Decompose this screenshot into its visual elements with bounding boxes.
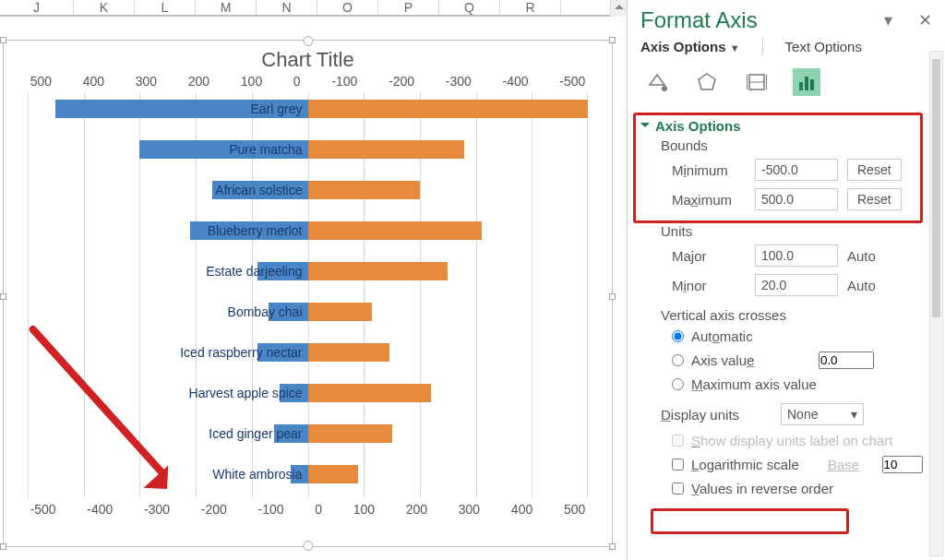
display-units-dropdown[interactable]: None▾	[781, 403, 864, 425]
resize-handle[interactable]	[609, 543, 616, 550]
size-properties-icon[interactable]	[743, 68, 771, 96]
resize-handle[interactable]	[0, 543, 6, 550]
axis-tick: 100	[353, 502, 375, 518]
category-label[interactable]: Iced raspberry nectar	[180, 343, 307, 362]
col-head[interactable]: P	[378, 0, 439, 15]
col-head[interactable]: M	[196, 0, 257, 15]
bar-series2[interactable]	[308, 221, 482, 240]
tab-text-options[interactable]: Text Options	[785, 39, 862, 54]
bar-series2[interactable]	[308, 100, 589, 118]
maximum-input[interactable]	[755, 188, 838, 210]
col-head[interactable]: N	[257, 0, 317, 15]
category-label[interactable]: Pure matcha	[229, 140, 307, 159]
axis-tick: -200	[389, 74, 414, 90]
bar-series2[interactable]	[308, 303, 373, 321]
plot-area[interactable]: Chart Title 5004003002001000-100-200-300…	[17, 46, 599, 518]
pane-title: Format Axis	[640, 7, 758, 33]
checkbox-values-in-reverse[interactable]	[672, 483, 684, 494]
axis-value-input[interactable]	[819, 351, 874, 369]
worksheet-area: J K L M N O P Q R Chart Title 5004003002…	[0, 0, 628, 560]
category-label[interactable]: Estate darjeeling	[206, 262, 307, 280]
format-axis-pane: Format Axis ▾ ✕ Axis Options ▼ Text Opti…	[628, 0, 945, 560]
category-label[interactable]: White ambrosia	[212, 465, 307, 483]
chart-object[interactable]: Chart Title 5004003002001000-100-200-300…	[3, 40, 613, 547]
bar-series2[interactable]	[308, 384, 432, 402]
units-label: Units	[639, 214, 938, 241]
vertical-axis-crosses-label: Vertical axis crosses	[639, 300, 938, 325]
divider	[762, 37, 763, 55]
primary-horizontal-axis[interactable]: -500-400-300-200-1000100200300400500	[29, 502, 588, 518]
col-head[interactable]: J	[0, 0, 74, 15]
major-unit-input[interactable]	[755, 244, 838, 267]
bar-row: Bombay chai	[28, 295, 588, 336]
reset-minimum-button[interactable]: Reset	[847, 159, 902, 181]
axis-tick: -500	[30, 502, 56, 518]
col-head[interactable]: K	[74, 0, 135, 15]
axis-tick: -500	[559, 74, 585, 90]
resize-handle[interactable]	[303, 541, 313, 551]
bounds-label: Bounds	[639, 134, 938, 155]
radio-max-axis-value[interactable]	[672, 378, 684, 390]
axis-tick: -100	[258, 502, 284, 518]
display-units-label: Display units	[661, 407, 772, 423]
reset-maximum-button[interactable]: Reset	[847, 188, 902, 210]
max-axis-value-label: Maximum axis value	[691, 376, 817, 392]
bar-series2[interactable]	[308, 465, 359, 483]
col-head[interactable]: R	[500, 0, 561, 15]
fill-line-icon[interactable]	[643, 68, 671, 96]
bar-series2[interactable]	[308, 181, 420, 199]
base-input[interactable]	[882, 456, 923, 473]
bar-row: White ambrosia	[28, 458, 588, 498]
minimum-label: Minimum	[672, 162, 746, 178]
checkbox-log-scale[interactable]	[672, 459, 684, 471]
close-icon[interactable]: ✕	[918, 10, 932, 30]
major-auto-label: Auto	[847, 248, 898, 264]
secondary-horizontal-axis[interactable]: 5004003002001000-100-200-300-400-500	[29, 74, 588, 90]
col-head[interactable]: O	[317, 0, 378, 15]
annotation-highlight-box	[651, 508, 849, 534]
axis-tick: -200	[201, 502, 227, 518]
major-label: Major	[672, 248, 746, 264]
chart-title[interactable]: Chart Title	[17, 46, 599, 74]
radio-automatic[interactable]	[672, 330, 684, 342]
base-label: Base	[828, 457, 859, 472]
resize-handle[interactable]	[609, 293, 616, 300]
bar-row: Iced raspberry nectar	[28, 336, 588, 376]
category-label[interactable]: Earl grey	[250, 100, 307, 118]
bar-row: Estate darjeeling	[28, 255, 588, 295]
values-in-reverse-label: Values in reverse order	[691, 481, 833, 496]
col-head[interactable]: Q	[439, 0, 500, 15]
axis-tick: 0	[315, 502, 322, 518]
resize-handle[interactable]	[609, 37, 616, 43]
category-label[interactable]: Blueberry merlot	[208, 221, 308, 240]
resize-handle[interactable]	[0, 293, 6, 300]
col-head[interactable]: L	[135, 0, 196, 15]
category-label[interactable]: Harvest apple spice	[189, 384, 308, 402]
minimum-input[interactable]	[755, 159, 838, 181]
chart-plot-grid: Earl greyPure matchaAfrican solsticeBlue…	[28, 92, 588, 498]
section-axis-options[interactable]: Axis Options	[639, 118, 938, 134]
category-label[interactable]: African solstice	[215, 181, 307, 199]
bar-row: Pure matcha	[28, 133, 588, 173]
maximum-label: Maximum	[672, 192, 746, 208]
checkbox-show-du-label	[672, 435, 684, 447]
effects-icon[interactable]	[693, 68, 721, 96]
chevron-down-icon: ▾	[851, 407, 857, 422]
bar-series2[interactable]	[308, 424, 392, 443]
radio-axis-value[interactable]	[672, 354, 684, 366]
minor-unit-input[interactable]	[755, 274, 838, 296]
pane-options-dropdown-icon[interactable]: ▾	[884, 10, 892, 30]
bar-series2[interactable]	[308, 262, 449, 280]
category-label[interactable]: Bombay chai	[228, 303, 308, 321]
bar-series2[interactable]	[308, 140, 465, 159]
automatic-label: Automatic	[691, 328, 753, 344]
category-label[interactable]: Iced ginger pear	[209, 424, 307, 443]
axis-options-icon[interactable]	[793, 68, 820, 96]
axis-tick: 300	[459, 502, 480, 518]
resize-handle[interactable]	[303, 36, 313, 46]
bar-series2[interactable]	[308, 343, 389, 362]
axis-tick: -400	[87, 502, 113, 518]
tab-axis-options[interactable]: Axis Options ▼	[640, 39, 740, 54]
show-du-label: Show display units label on chart	[691, 433, 892, 448]
resize-handle[interactable]	[0, 37, 6, 43]
